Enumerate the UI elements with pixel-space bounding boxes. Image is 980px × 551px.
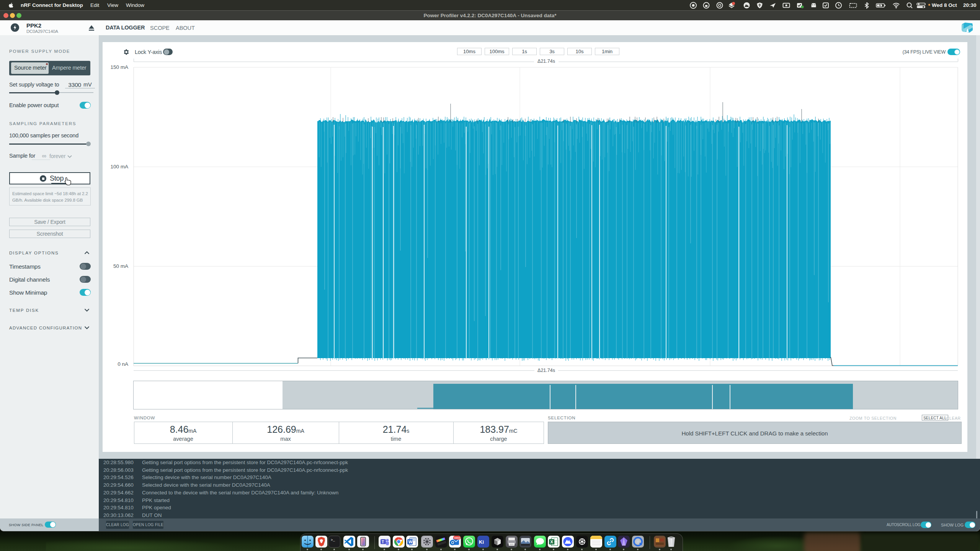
svg-text:8866: 8866 (454, 536, 460, 539)
svg-text:O: O (451, 541, 454, 545)
svg-text:Ki: Ki (479, 539, 484, 545)
svg-text:T: T (382, 540, 384, 544)
svg-text:X: X (550, 540, 553, 544)
svg-text:W: W (408, 540, 413, 544)
svg-text:>_: >_ (331, 538, 335, 542)
